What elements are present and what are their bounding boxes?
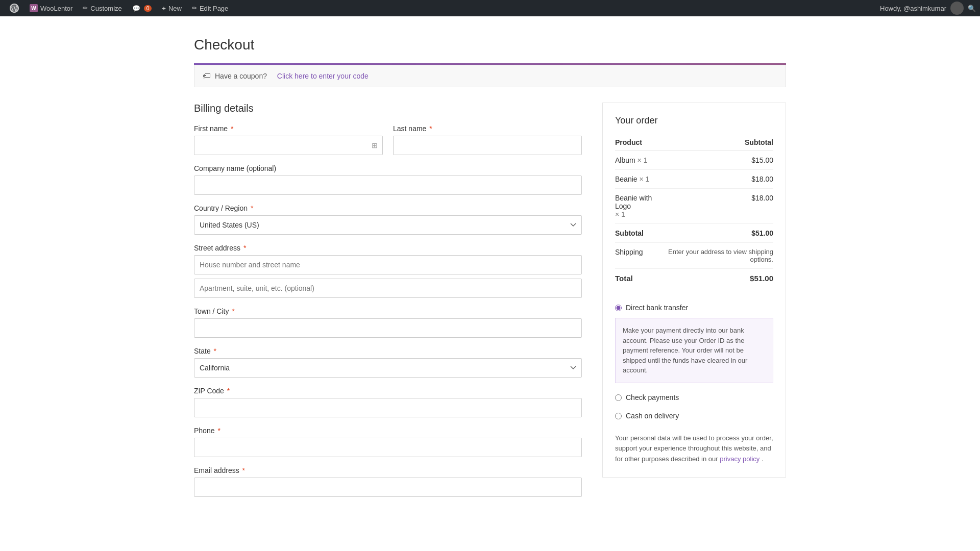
check-payments-label[interactable]: Check payments — [626, 393, 679, 402]
subtotal-value: $51.00 — [665, 224, 773, 243]
page-content: Checkout 🏷 Have a coupon? Click here to … — [184, 16, 796, 527]
admin-bar: W WooLentor ✏ Customize 💬 0 + New ✏ Edit… — [0, 0, 980, 16]
order-box: Your order Product Subtotal Album × 1 — [602, 103, 786, 478]
zip-required: * — [227, 387, 230, 395]
cash-delivery-label[interactable]: Cash on delivery — [626, 412, 679, 420]
adminbar-woolentor[interactable]: W WooLentor — [24, 0, 78, 16]
direct-bank-description: Make your payment directly into our bank… — [615, 318, 773, 383]
country-field: Country / Region * United States (US) — [194, 204, 582, 235]
city-row: Town / City * — [194, 307, 582, 338]
svg-text:W: W — [31, 6, 36, 11]
order-item-beanie: Beanie × 1 $18.00 — [615, 170, 773, 189]
email-required: * — [242, 466, 245, 474]
shipping-label: Shipping — [615, 243, 665, 269]
subtotal-label: Subtotal — [615, 224, 665, 243]
country-row: Country / Region * United States (US) — [194, 204, 582, 235]
last-name-required: * — [429, 124, 432, 133]
subtotal-row: Subtotal $51.00 — [615, 224, 773, 243]
email-input[interactable] — [194, 478, 582, 497]
state-row: State * California — [194, 347, 582, 378]
comments-badge: 0 — [144, 5, 152, 12]
direct-bank-label[interactable]: Direct bank transfer — [626, 304, 688, 312]
city-input[interactable] — [194, 318, 582, 338]
billing-section-title: Billing details — [194, 103, 582, 114]
email-row: Email address * — [194, 466, 582, 497]
phone-input[interactable] — [194, 438, 582, 457]
cash-delivery-radio[interactable] — [615, 413, 622, 419]
first-name-input[interactable] — [194, 136, 383, 155]
country-required: * — [251, 204, 253, 212]
adminbar-woolentor-label: WooLentor — [40, 5, 72, 12]
payment-methods: Direct bank transfer Make your payment d… — [615, 298, 773, 465]
order-item-beanie-logo: Beanie with Logo × 1 $18.00 — [615, 189, 773, 224]
zip-label: ZIP Code * — [194, 387, 582, 395]
country-select[interactable]: United States (US) — [194, 215, 582, 235]
coupon-link[interactable]: Click here to enter your code — [277, 72, 369, 80]
zip-input[interactable] — [194, 398, 582, 417]
state-field: State * California — [194, 347, 582, 378]
edit-icon: ✏ — [192, 5, 197, 12]
admin-user-greeting: Howdy, @ashimkumar — [880, 5, 946, 12]
item-beanie-logo-name: Beanie with Logo × 1 — [615, 189, 665, 224]
coupon-icon: 🏷 — [203, 71, 211, 81]
state-required: * — [214, 347, 216, 355]
street-address-row: Street address * — [194, 244, 582, 298]
city-label: Town / City * — [194, 307, 582, 315]
adminbar-comments[interactable]: 💬 0 — [127, 0, 157, 16]
company-input[interactable] — [194, 176, 582, 195]
plus-icon: + — [162, 5, 166, 12]
phone-field: Phone * — [194, 427, 582, 457]
zip-row: ZIP Code * — [194, 387, 582, 417]
phone-label: Phone * — [194, 427, 582, 435]
adminbar-new[interactable]: + New — [157, 0, 187, 16]
state-label: State * — [194, 347, 582, 355]
apt-input[interactable] — [194, 279, 582, 298]
email-label: Email address * — [194, 466, 582, 474]
country-label: Country / Region * — [194, 204, 582, 212]
email-field: Email address * — [194, 466, 582, 497]
order-section: Your order Product Subtotal Album × 1 — [602, 103, 786, 478]
street-required: * — [243, 244, 246, 252]
adminbar-edit-page-label: Edit Page — [200, 5, 228, 12]
wordpress-icon — [9, 3, 19, 13]
check-payments-radio[interactable] — [615, 394, 622, 401]
coupon-notice: 🏷 Have a coupon? Click here to enter you… — [194, 65, 786, 87]
payment-option-cod: Cash on delivery — [615, 407, 773, 425]
col-product: Product — [615, 134, 665, 151]
adminbar-edit-page[interactable]: ✏ Edit Page — [187, 0, 233, 16]
street-input[interactable] — [194, 255, 582, 274]
last-name-label: Last name * — [393, 124, 582, 133]
first-name-input-wrapper: ⊞ — [194, 136, 383, 155]
street-label: Street address * — [194, 244, 582, 252]
direct-bank-radio[interactable] — [615, 305, 622, 311]
state-select[interactable]: California — [194, 358, 582, 378]
last-name-field: Last name * — [393, 124, 582, 155]
total-value: $51.00 — [665, 269, 773, 288]
order-item-album: Album × 1 $15.00 — [615, 151, 773, 170]
adminbar-wp-logo[interactable] — [4, 0, 24, 16]
total-label: Total — [615, 269, 665, 288]
admin-avatar — [950, 2, 964, 15]
item-beanie-logo-price: $18.00 — [665, 189, 773, 224]
zip-field: ZIP Code * — [194, 387, 582, 417]
order-title: Your order — [615, 115, 773, 126]
adminbar-customize[interactable]: ✏ Customize — [78, 0, 127, 16]
coupon-text: Have a coupon? — [215, 72, 267, 80]
adminbar-new-label: New — [168, 5, 182, 12]
search-icon[interactable]: 🔍 — [968, 5, 976, 12]
company-field: Company name (optional) — [194, 164, 582, 195]
checkout-layout: Billing details First name * ⊞ — [194, 103, 786, 506]
first-name-label: First name * — [194, 124, 383, 133]
shipping-row: Shipping Enter your address to view ship… — [615, 243, 773, 269]
woolentor-icon: W — [30, 4, 38, 12]
shipping-value: Enter your address to view shipping opti… — [665, 243, 773, 269]
company-row: Company name (optional) — [194, 164, 582, 195]
billing-section: Billing details First name * ⊞ — [194, 103, 582, 506]
col-subtotal: Subtotal — [665, 134, 773, 151]
city-required: * — [232, 307, 234, 315]
name-row: First name * ⊞ Last name * — [194, 124, 582, 155]
phone-row: Phone * — [194, 427, 582, 457]
last-name-input[interactable] — [393, 136, 582, 155]
privacy-policy-link[interactable]: privacy policy — [720, 455, 760, 463]
comments-icon: 💬 — [132, 5, 140, 12]
